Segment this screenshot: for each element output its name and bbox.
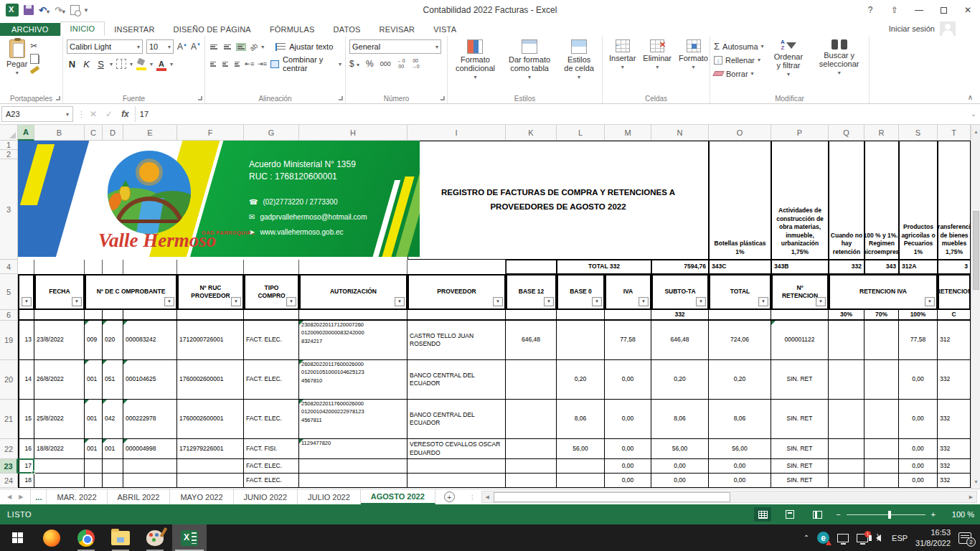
cell-K20[interactable] xyxy=(506,360,557,400)
taskbar-excel[interactable] xyxy=(172,524,207,551)
cell-S-4[interactable]: 312A xyxy=(899,260,938,274)
cell-N24[interactable]: 0,00 xyxy=(651,474,709,488)
cell-L19[interactable] xyxy=(557,321,605,360)
cell-T6[interactable]: C xyxy=(938,310,971,321)
cell-H-4[interactable] xyxy=(299,260,407,274)
cell-H24[interactable] xyxy=(299,474,407,488)
zoom-level[interactable]: 100 % xyxy=(946,510,974,519)
cell-N6[interactable]: 332 xyxy=(651,310,709,321)
cell-C19[interactable]: 009 xyxy=(85,321,103,360)
fx-icon[interactable]: fx xyxy=(121,109,129,119)
find-select-button[interactable]: Buscar y seleccionar▾ xyxy=(813,38,865,93)
taskbar-firefox[interactable] xyxy=(34,524,69,551)
sheet-overflow[interactable]: ... xyxy=(30,489,47,504)
cell-L22[interactable]: 56,00 xyxy=(557,439,605,459)
number-dialog-launcher[interactable] xyxy=(440,96,445,100)
cell-P6[interactable] xyxy=(771,310,829,321)
col-header-F[interactable]: F xyxy=(177,125,244,141)
increase-indent-icon[interactable]: ⇥≡ xyxy=(258,60,267,67)
cell-A24[interactable]: 18 xyxy=(18,474,34,488)
conditional-format-button[interactable]: Formato condicional▾ xyxy=(451,38,499,93)
cell-M21[interactable]: 0,00 xyxy=(605,400,651,439)
cell-D24[interactable] xyxy=(103,474,123,488)
cell-N19[interactable]: 646,48 xyxy=(651,321,709,360)
close-button[interactable]: ✕ xyxy=(956,0,980,20)
row-header-19[interactable]: 19 xyxy=(0,321,18,360)
cell-A20[interactable]: 14 xyxy=(18,360,34,400)
cell-S-1-3[interactable]: Productos agricoilas o Pecuarios 1% xyxy=(899,141,938,260)
sheet-tab-mayo[interactable]: MAYO 2022 xyxy=(170,489,233,504)
tab-diseno[interactable]: DISEÑO DE PÁGINA xyxy=(164,23,260,36)
clear-button[interactable]: Borrar▾ xyxy=(714,67,764,80)
cell-B-4[interactable] xyxy=(34,260,85,274)
taskbar-explorer[interactable] xyxy=(103,524,138,551)
cell-P22[interactable]: SIN. RET xyxy=(771,439,829,459)
fill-color-icon[interactable] xyxy=(136,60,146,67)
vertical-scrollbar[interactable]: ▲ ▼ xyxy=(971,125,980,489)
tray-e-icon[interactable]: e xyxy=(817,532,829,544)
cell-H6[interactable] xyxy=(299,310,407,321)
name-box[interactable]: A23▾ xyxy=(1,106,73,122)
cell-I20[interactable]: BANCO CENTRAL DEL ECUADOR xyxy=(407,360,506,400)
row-header-6[interactable]: 6 xyxy=(0,310,18,321)
cell-D22[interactable]: 001 xyxy=(103,439,123,459)
cell-S23[interactable]: 0,00 xyxy=(899,459,938,474)
paste-button[interactable]: Pegar▾ xyxy=(4,38,30,77)
bold-button[interactable]: N xyxy=(67,59,77,70)
cell-L24[interactable] xyxy=(557,474,605,488)
cell-Q23[interactable] xyxy=(829,459,864,474)
cell-R22[interactable] xyxy=(864,439,899,459)
tab-vista[interactable]: VISTA xyxy=(424,23,466,36)
col-header-R[interactable]: R xyxy=(864,125,899,141)
cell-K-4[interactable] xyxy=(506,260,557,274)
cell-P-4[interactable]: 343B xyxy=(771,260,829,274)
cell-B21[interactable]: 25/8/2022 xyxy=(34,400,85,439)
tab-inicio[interactable]: INICIO xyxy=(60,22,105,36)
cell-A23[interactable]: 17 xyxy=(18,459,34,474)
borders-icon[interactable] xyxy=(116,59,126,69)
cell-K21[interactable] xyxy=(506,400,557,439)
cell-G6[interactable] xyxy=(244,310,299,321)
cell-C-4[interactable] xyxy=(85,260,103,274)
tab-insertar[interactable]: INSERTAR xyxy=(105,23,164,36)
zoom-slider[interactable] xyxy=(847,514,925,515)
cell-L-5[interactable]: BASE 0▼ xyxy=(557,274,605,310)
cell-E-4[interactable] xyxy=(123,260,177,274)
underline-button[interactable]: S xyxy=(95,59,106,70)
cell-O-5[interactable]: TOTAL▼ xyxy=(709,274,771,310)
hscroll-left-icon[interactable]: ◀ xyxy=(482,491,493,502)
cell-I-4[interactable] xyxy=(407,260,506,274)
cell-R20[interactable] xyxy=(864,360,899,400)
cell-O24[interactable]: 0,00 xyxy=(709,474,771,488)
font-dialog-launcher[interactable] xyxy=(198,96,202,100)
cell-D19[interactable]: 020 xyxy=(103,321,123,360)
row-header-21[interactable]: 21 xyxy=(0,400,18,439)
filter-button[interactable]: ▼ xyxy=(72,297,82,306)
row-header-2[interactable]: 2 xyxy=(0,150,18,159)
format-button[interactable]: Formato▾ xyxy=(676,38,711,93)
horizontal-scroll-thumb[interactable] xyxy=(494,492,730,502)
help-button[interactable]: ? xyxy=(858,0,882,20)
sign-in[interactable]: Iniciar sesión xyxy=(889,22,956,36)
cell-S6[interactable]: 100% xyxy=(899,310,938,321)
horizontal-scrollbar[interactable]: ◀ ▶ xyxy=(481,491,977,503)
ribbon-display-button[interactable]: ⇧ xyxy=(882,0,907,20)
cell-P23[interactable]: SIN. RET xyxy=(771,459,829,474)
print-preview-icon[interactable] xyxy=(70,5,80,15)
cell-E19[interactable]: 000083242 xyxy=(123,321,177,360)
cell-K22[interactable] xyxy=(506,439,557,459)
cell-M23[interactable]: 0,00 xyxy=(605,459,651,474)
cell-N20[interactable]: 0,20 xyxy=(651,360,709,400)
cell-L-M-4[interactable]: TOTAL 332 xyxy=(557,260,651,274)
filter-button[interactable]: ▼ xyxy=(592,297,602,306)
col-header-M[interactable]: M xyxy=(605,125,651,141)
cell-H21[interactable]: 250820220117600026000 012001042000222978… xyxy=(299,400,407,439)
cell-E24[interactable] xyxy=(123,474,177,488)
minimize-button[interactable]: — xyxy=(907,0,931,20)
orientation-dropdown[interactable]: ▾ xyxy=(261,44,264,50)
cell-C24[interactable] xyxy=(85,474,103,488)
filter-button[interactable]: ▼ xyxy=(395,297,405,306)
cell-R19[interactable] xyxy=(864,321,899,360)
taskbar-paint[interactable] xyxy=(138,524,172,551)
col-header-C[interactable]: C xyxy=(85,125,103,141)
